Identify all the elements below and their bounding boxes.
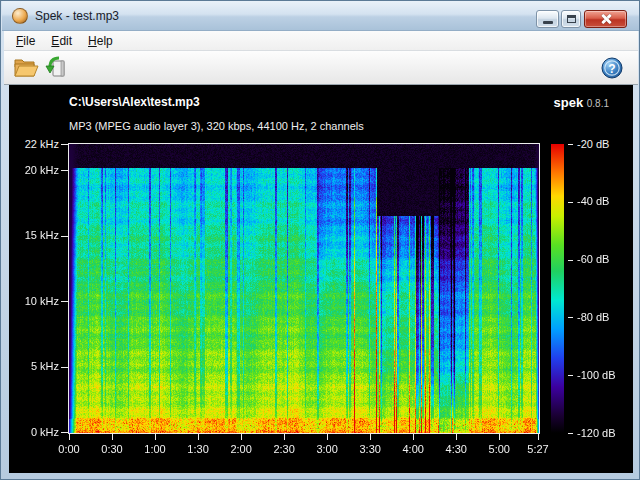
time-tick-label: 1:30 [178, 443, 218, 455]
time-tick-label: 5:27 [518, 443, 558, 455]
open-file-button[interactable] [12, 55, 40, 81]
folder-open-icon [13, 57, 39, 79]
time-tick-label: 0:30 [92, 443, 132, 455]
app-name-label: spek [553, 95, 583, 110]
time-tick-label: 3:00 [307, 443, 347, 455]
freq-tick-label: 22 kHz [1, 138, 59, 150]
db-tick-label: -120 dB [577, 427, 616, 439]
time-tick-label: 5:00 [479, 443, 519, 455]
db-tick-label: -100 dB [577, 369, 616, 381]
time-tick-mark [155, 434, 156, 440]
freq-tick-label: 20 kHz [1, 164, 59, 176]
freq-tick-mark [61, 367, 68, 368]
db-tick-label: -60 dB [577, 253, 609, 265]
window-title: Spek - test.mp3 [35, 9, 119, 23]
file-path-label: C:\Users\Alex\test.mp3 [69, 95, 200, 109]
time-tick-mark [198, 434, 199, 440]
menu-item-file[interactable]: File [8, 31, 43, 50]
title-bar[interactable]: Spek - test.mp3 [2, 1, 640, 31]
freq-tick-mark [61, 144, 68, 145]
menu-item-edit[interactable]: Edit [43, 31, 80, 50]
time-tick-mark [499, 434, 500, 440]
time-tick-mark [112, 434, 113, 440]
spek-window: Spek - test.mp3 FileEditHelp [0, 0, 640, 480]
db-tick-label: -80 dB [577, 311, 609, 323]
time-tick-label: 2:00 [221, 443, 261, 455]
stream-info-label: MP3 (MPEG audio layer 3), 320 kbps, 4410… [69, 120, 364, 132]
help-button[interactable]: ? [598, 55, 626, 81]
app-version-label: 0.8.1 [587, 98, 609, 109]
db-tick-label: -40 dB [577, 195, 609, 207]
app-brand: spek 0.8.1 [553, 95, 609, 110]
db-tick-label: -20 dB [577, 138, 609, 150]
spectrogram-canvas [69, 144, 539, 433]
time-tick-mark [241, 434, 242, 440]
time-tick-mark [69, 434, 70, 440]
save-spectrogram-button[interactable] [42, 55, 70, 81]
maximize-icon [567, 15, 576, 23]
db-tick-mark [568, 260, 573, 261]
menu-item-help[interactable]: Help [80, 31, 121, 50]
time-tick-mark [284, 434, 285, 440]
svg-text:?: ? [608, 62, 615, 76]
db-colorbar [551, 144, 564, 433]
time-tick-mark [327, 434, 328, 440]
freq-tick-label: 10 kHz [1, 295, 59, 307]
freq-tick-label: 5 kHz [1, 360, 59, 372]
help-icon: ? [600, 56, 624, 80]
freq-tick-mark [61, 236, 68, 237]
minimize-icon [543, 21, 553, 24]
freq-tick-mark [61, 301, 68, 302]
time-tick-mark [370, 434, 371, 440]
time-tick-label: 4:30 [436, 443, 476, 455]
menu-bar: FileEditHelp [4, 31, 638, 51]
time-tick-label: 2:30 [264, 443, 304, 455]
db-tick-mark [568, 375, 573, 376]
time-tick-mark [413, 434, 414, 440]
close-button[interactable] [584, 10, 627, 28]
time-tick-label: 0:00 [49, 443, 89, 455]
db-tick-mark [568, 433, 573, 434]
spectrogram-plot [68, 143, 540, 434]
maximize-button[interactable] [561, 10, 581, 28]
time-tick-label: 3:30 [350, 443, 390, 455]
close-icon [600, 13, 612, 25]
save-icon [44, 56, 68, 80]
minimize-button[interactable] [536, 10, 559, 28]
toolbar: ? [4, 51, 638, 85]
time-tick-mark [456, 434, 457, 440]
freq-tick-label: 15 kHz [1, 229, 59, 241]
db-tick-mark [568, 317, 573, 318]
db-tick-mark [568, 202, 573, 203]
time-tick-label: 1:00 [135, 443, 175, 455]
freq-tick-label: 0 kHz [1, 426, 59, 438]
freq-tick-mark [61, 432, 68, 433]
db-tick-mark [568, 144, 573, 145]
time-tick-mark [538, 434, 539, 440]
app-icon [12, 8, 28, 24]
freq-tick-mark [61, 170, 68, 171]
time-tick-label: 4:00 [393, 443, 433, 455]
